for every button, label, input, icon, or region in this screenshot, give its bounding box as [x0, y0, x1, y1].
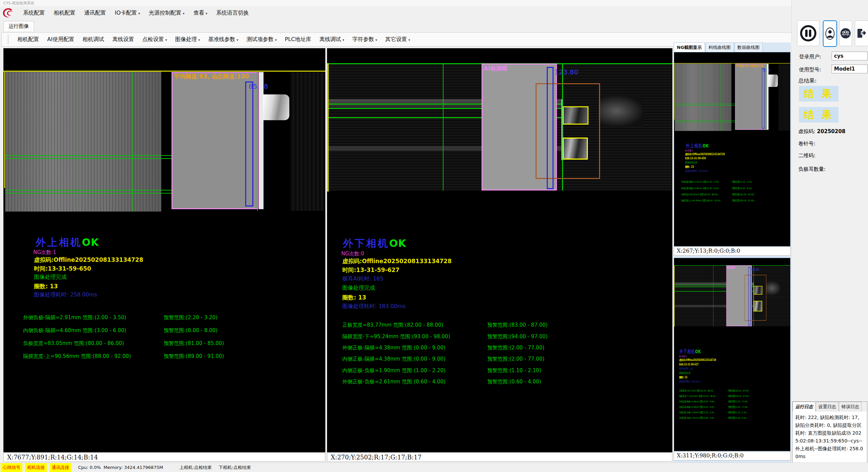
red-guide-line — [563, 126, 563, 139]
menu-language-switch[interactable]: 系统语言切换 — [216, 10, 249, 17]
threshold-label: 平均阈值:93, 动态阈值:100 — [174, 73, 249, 80]
loop-count-label: 圈数: 13 — [34, 283, 58, 290]
camera-result-title: 外上相机OK — [686, 143, 709, 149]
menu-light-control-config[interactable]: 光源控制配置▾ — [149, 10, 184, 17]
camera-result-title: 外下相机OK — [680, 348, 701, 355]
menu-system-config[interactable]: 系统配置 — [23, 10, 45, 17]
tab-detect-yellow-box — [754, 286, 763, 295]
tab-detect-yellow-box — [563, 106, 589, 125]
model-label: 使用型号: — [799, 67, 821, 73]
time-label: 时间:13-31-59-650 — [34, 265, 91, 273]
warn-range-text: 预警范围:(94.00 - 97.00) — [728, 395, 749, 398]
tool-camera-config[interactable]: 相机配置 — [17, 36, 39, 43]
upper-camera-content: 平均阈值:93, 动态阈值:100 85.88 外上相机OK NG次数:1 虚拟… — [674, 52, 791, 247]
measurement-text: 外侧正极-隔膜=4.38mm 范围:(0.00 - 9.00) — [342, 345, 446, 351]
qr-code-label: 二维码: — [798, 152, 815, 159]
process-done-label: 图像处理完成 — [34, 274, 67, 281]
user-icon — [825, 27, 835, 40]
ng-count-label: NG次数:1 — [685, 149, 693, 152]
elapsed-label: 图像处理耗时: 258.00ms — [34, 291, 97, 298]
warn-range-text: 预警范围:(0.00 - 8.00) — [732, 187, 752, 190]
tool-camera-debug[interactable]: 相机调试 — [83, 36, 104, 43]
view-tab-row: 运行图像 — [0, 20, 868, 31]
negative-tab-count-label: 负极耳数量: — [798, 166, 826, 173]
process-done-label: 图像处理完成 — [679, 371, 690, 375]
login-user-field[interactable]: cys — [832, 52, 868, 60]
warn-range-text: 预警范围:(83.00 - 87.00) — [487, 322, 548, 328]
elapsed-label: 图像处理耗时: 183.00ms — [342, 303, 405, 310]
green-guide-vline — [443, 64, 444, 190]
green-guide-vline — [702, 63, 702, 131]
ng-count-label: NG次数:0 — [341, 251, 364, 257]
dropdown-arrow-icon: ▾ — [183, 12, 184, 15]
tool-offline-debug[interactable]: 离线调试▾ — [320, 36, 344, 43]
menu-view[interactable]: 查看▾ — [193, 10, 207, 17]
green-guide-vline — [257, 72, 258, 211]
tab-run-image[interactable]: 运行图像 — [3, 21, 34, 31]
menu-camera-config[interactable]: 相机配置 — [54, 10, 75, 17]
tool-image-processing[interactable]: 图像处理▾ — [175, 36, 200, 43]
tool-baseline-params[interactable]: 基准线参数▾ — [208, 36, 238, 43]
exit-button[interactable] — [855, 20, 868, 46]
warn-range-text: 预警范围:(2.00 - 77.00) — [728, 400, 748, 403]
green-guide-hline — [675, 122, 736, 122]
tool-plc-address-lib[interactable]: PLC地址库 — [285, 36, 311, 43]
roll-needle-label: 卷针号: — [798, 141, 815, 147]
tool-test-item-params[interactable]: 测试项参数▾ — [247, 36, 277, 43]
loop-count-label: 圈数: 13 — [342, 294, 366, 302]
menu-comm-config[interactable]: 通讯配置 — [84, 10, 106, 17]
elapsed-label: 图像处理耗时: 258.00ms — [685, 169, 708, 173]
measure-blue-box — [748, 267, 751, 325]
status-bar: 心跳信号 相机连接 通讯连接 Cpu: 0.0% Memory: 3424.41… — [0, 462, 868, 472]
ng-count-label: NG次数:1 — [33, 249, 56, 256]
ng-snapshot-upper[interactable]: 平均阈值:93, 动态阈值:100 85.88 外上相机OK NG次数:1 虚拟… — [674, 52, 791, 247]
time-label: 时间:13-31-59-627 — [679, 363, 699, 366]
ai-time-label: 极耳AI耗时: 165 — [342, 275, 383, 283]
tool-char-params[interactable]: 字符参数▾ — [352, 36, 377, 43]
tab-run-log[interactable]: 运行日志 — [793, 402, 816, 412]
tab-line-curve[interactable]: 料线曲线图 — [706, 42, 734, 52]
tab-ng-snapshot[interactable]: NG截图显示 — [674, 42, 705, 52]
tab-error-log[interactable]: 错误日志 — [839, 402, 862, 412]
warn-range-text: 预警范围:(89.00 - 91.00) — [164, 353, 224, 360]
warn-range-text: 预警范围:(0.60 - 4.00) — [728, 416, 747, 419]
users-group-button[interactable] — [839, 20, 852, 46]
pause-button[interactable] — [797, 20, 819, 46]
model-field[interactable]: Model1 — [832, 65, 868, 73]
tab-setting-log[interactable]: 设置日志 — [816, 402, 839, 412]
width-value-label: 123.80 — [555, 68, 578, 76]
ng-snapshot-lower[interactable]: AI检测框 123.80 外下相机OK NG次数:0 虚拟码:Offline20… — [674, 258, 791, 451]
measure-blue-box — [245, 81, 253, 206]
width-value-label: 123.80 — [751, 268, 759, 271]
tool-offline-setting[interactable]: 离线设置 — [112, 36, 134, 43]
measurement-text: 外侧负极-隔膜=2.91mm 范围:(2.00 - 3.50) — [23, 314, 126, 321]
film-region — [675, 63, 731, 131]
lower-camera-image-panel[interactable]: AI检测框 123.80 外下相机OK NG次数:0 虚拟码:Offline20… — [327, 48, 672, 452]
measurement-text: 内侧负极-隔膜=4.60mm 范围:(3.00 - 6.00) — [23, 327, 126, 334]
tool-spot-check-setting[interactable]: 点检设置▾ — [142, 36, 167, 43]
users-group-icon — [840, 28, 851, 39]
user-button[interactable] — [823, 20, 837, 47]
warn-range-text: 预警范围:(2.00 - 77.00) — [487, 345, 544, 351]
green-guide-vline — [132, 72, 132, 212]
lower-camera-status: 下相机:点检结束 — [219, 465, 251, 471]
pause-icon — [799, 24, 817, 42]
tab-data-curve[interactable]: 数据曲线图 — [735, 42, 763, 52]
measurement-text: 内侧正极-负极=1.90mm 范围:(1.00 - 2.20) — [342, 367, 446, 374]
menu-io-card-config[interactable]: IO卡配置▾ — [115, 10, 140, 17]
measurement-text: 外侧正极-隔膜=4.38mm 范围:(0.00 - 9.00) — [679, 400, 714, 403]
measurement-text: 内侧正极-负极=1.90mm 范围:(1.00 - 2.20) — [679, 411, 714, 414]
elapsed-label: 图像处理耗时: 183.00ms — [679, 380, 701, 383]
toolbar-grip[interactable] — [8, 35, 8, 44]
cpu-usage: Cpu: 0.0% — [78, 465, 101, 470]
tool-ai-usage-config[interactable]: AI使用配置 — [47, 36, 74, 43]
ng-count-label: NG次数:0 — [679, 355, 687, 358]
green-guide-hline — [5, 193, 173, 194]
tool-other-settings[interactable]: 其它设置▾ — [385, 36, 410, 43]
threshold-label: 平均阈值:93, 动态阈值:100 — [736, 64, 763, 68]
dropdown-arrow-icon: ▾ — [409, 38, 410, 42]
dropdown-arrow-icon: ▾ — [138, 12, 140, 15]
measurement-text: 隔膜宽度-下=95.24mm 范围:(93.00 - 98.00) — [342, 333, 450, 340]
snapshot-upper-coord-bar: X:267;Y:13;R:0;G:0;B:0 — [674, 247, 791, 256]
upper-camera-image-panel[interactable]: 平均阈值:93, 动态阈值:100 85.88 外上相机OK NG次数:1 虚拟… — [3, 48, 325, 452]
